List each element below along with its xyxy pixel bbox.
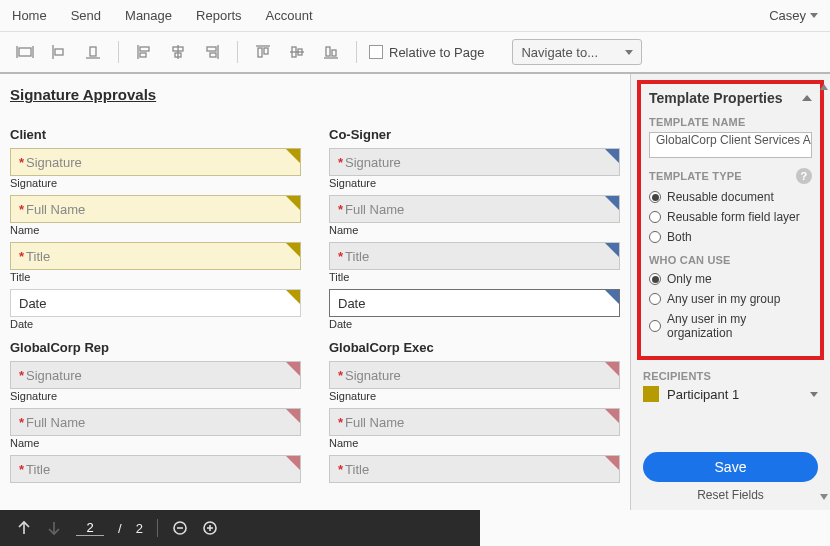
template-name-input[interactable]: GlobalCorp Client Services A	[649, 132, 812, 158]
form-field[interactable]: *Full Name	[10, 408, 301, 436]
template-properties-header[interactable]: Template Properties	[649, 90, 812, 106]
svg-rect-8	[140, 47, 149, 51]
field-label: Date	[329, 318, 620, 330]
template-type-option[interactable]: Both	[649, 230, 812, 244]
form-field[interactable]: *Signature	[10, 361, 301, 389]
recipients-label: RECIPIENTS	[643, 370, 818, 382]
form-field[interactable]: Date	[10, 289, 301, 317]
field-corner-icon	[605, 362, 619, 376]
align-center-v-icon[interactable]	[284, 39, 310, 65]
form-field[interactable]: Date	[329, 289, 620, 317]
group-title: Co-Signer	[329, 127, 620, 142]
field-label: Signature	[329, 390, 620, 402]
field-corner-icon	[605, 149, 619, 163]
field-label: Name	[10, 224, 301, 236]
who-can-use-label: WHO CAN USE	[649, 254, 812, 266]
align-bottom-edge-icon[interactable]	[318, 39, 344, 65]
page-up-button[interactable]	[16, 520, 32, 536]
chevron-down-icon	[810, 392, 818, 397]
field-label: Title	[329, 271, 620, 283]
toolbar: Relative to Page Navigate to...	[0, 32, 830, 74]
form-field[interactable]: *Signature	[329, 361, 620, 389]
reset-fields-link[interactable]: Reset Fields	[643, 488, 818, 502]
zoom-in-button[interactable]	[202, 520, 218, 536]
form-field[interactable]: *Title	[10, 242, 301, 270]
align-top-edge-icon[interactable]	[250, 39, 276, 65]
group-title: GlobalCorp Rep	[10, 340, 301, 355]
chevron-up-icon	[802, 95, 812, 101]
field-corner-icon	[605, 456, 619, 470]
align-bottom-icon[interactable]	[80, 39, 106, 65]
page-number-input[interactable]	[76, 520, 104, 536]
radio-icon	[649, 211, 661, 223]
group-title: Client	[10, 127, 301, 142]
radio-icon	[649, 273, 661, 285]
svg-rect-15	[210, 53, 216, 57]
field-corner-icon	[605, 243, 619, 257]
template-type-option[interactable]: Reusable document	[649, 190, 812, 204]
align-width-icon[interactable]	[12, 39, 38, 65]
nav-account[interactable]: Account	[266, 8, 313, 23]
form-field[interactable]: *Title	[329, 455, 620, 483]
align-right-edge-icon[interactable]	[199, 39, 225, 65]
form-field[interactable]: *Title	[329, 242, 620, 270]
navigate-label: Navigate to...	[521, 45, 598, 60]
form-field[interactable]: *Full Name	[10, 195, 301, 223]
group-title: GlobalCorp Exec	[329, 340, 620, 355]
user-menu[interactable]: Casey	[769, 8, 818, 23]
scroll-down-icon	[820, 494, 828, 500]
field-label: Name	[329, 224, 620, 236]
form-field[interactable]: *Full Name	[329, 408, 620, 436]
nav-manage[interactable]: Manage	[125, 8, 172, 23]
radio-icon	[649, 191, 661, 203]
relative-label: Relative to Page	[389, 45, 484, 60]
align-center-h-icon[interactable]	[165, 39, 191, 65]
properties-panel: Template Properties TEMPLATE NAME Global…	[630, 74, 830, 510]
form-canvas: Signature Approvals Client*SignatureSign…	[0, 74, 630, 510]
who-can-use-option[interactable]: Only me	[649, 272, 812, 286]
form-field[interactable]: *Signature	[329, 148, 620, 176]
form-field[interactable]: *Signature	[10, 148, 301, 176]
svg-rect-17	[258, 48, 262, 57]
pagination-bar: / 2	[0, 510, 480, 546]
align-left-icon[interactable]	[46, 39, 72, 65]
relative-to-page-toggle[interactable]: Relative to Page	[369, 45, 484, 60]
radio-icon	[649, 293, 661, 305]
page-sep: /	[118, 521, 122, 536]
who-can-use-option[interactable]: Any user in my organization	[649, 312, 812, 340]
field-label: Signature	[10, 390, 301, 402]
scroll-up-icon	[820, 84, 828, 90]
svg-rect-23	[326, 47, 330, 56]
help-icon[interactable]: ?	[796, 168, 812, 184]
participant-row[interactable]: Participant 1	[643, 386, 818, 402]
radio-icon	[649, 320, 661, 332]
align-left-edge-icon[interactable]	[131, 39, 157, 65]
svg-rect-14	[207, 47, 216, 51]
scrollbar[interactable]	[820, 84, 828, 500]
field-corner-icon	[286, 362, 300, 376]
template-name-label: TEMPLATE NAME	[649, 116, 812, 128]
template-type-option[interactable]: Reusable form field layer	[649, 210, 812, 224]
field-corner-icon	[286, 243, 300, 257]
form-field[interactable]: *Full Name	[329, 195, 620, 223]
template-properties-section: Template Properties TEMPLATE NAME Global…	[637, 80, 824, 360]
nav-home[interactable]: Home	[12, 8, 47, 23]
form-field[interactable]: *Title	[10, 455, 301, 483]
page-down-button[interactable]	[46, 520, 62, 536]
who-can-use-option[interactable]: Any user in my group	[649, 292, 812, 306]
field-corner-icon	[286, 149, 300, 163]
nav-reports[interactable]: Reports	[196, 8, 242, 23]
save-button[interactable]: Save	[643, 452, 818, 482]
template-type-label: TEMPLATE TYPE	[649, 170, 742, 182]
user-name: Casey	[769, 8, 806, 23]
nav-send[interactable]: Send	[71, 8, 101, 23]
zoom-out-button[interactable]	[172, 520, 188, 536]
checkbox-icon	[369, 45, 383, 59]
field-label: Title	[10, 271, 301, 283]
field-corner-icon	[286, 196, 300, 210]
chevron-down-icon	[625, 50, 633, 55]
page-total: 2	[136, 521, 143, 536]
navigate-dropdown[interactable]: Navigate to...	[512, 39, 642, 65]
field-label: Signature	[10, 177, 301, 189]
svg-rect-18	[264, 48, 268, 54]
